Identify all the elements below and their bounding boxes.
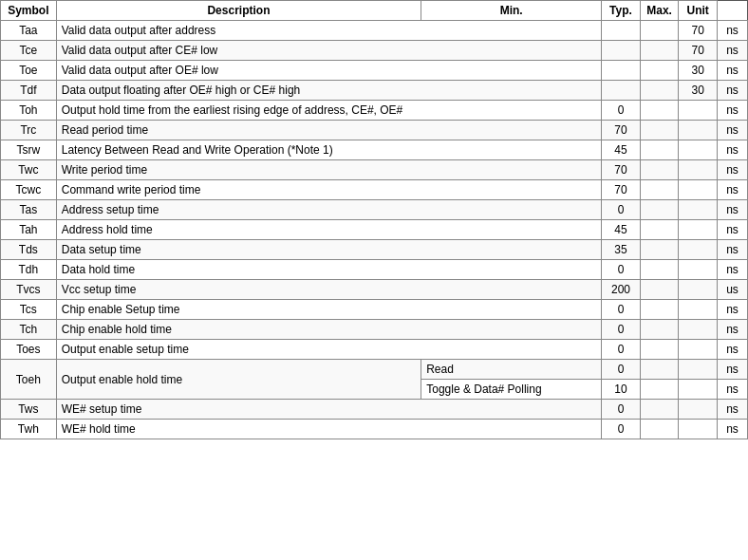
cell-max: 70: [679, 41, 718, 61]
cell-unit: ns: [717, 240, 747, 260]
cell-unit: ns: [717, 380, 747, 400]
cell-min: 0: [602, 420, 641, 439]
cell-unit: ns: [717, 61, 747, 81]
cell-max: 70: [679, 21, 718, 41]
cell-symbol: Tws: [1, 400, 57, 420]
cell-description: WE# hold time: [56, 420, 601, 439]
table-row: TceValid data output after CE# low70ns: [1, 41, 748, 61]
cell-unit: ns: [717, 101, 747, 121]
cell-unit: ns: [717, 200, 747, 220]
cell-symbol: Tch: [1, 320, 57, 340]
cell-min: 0: [602, 340, 641, 360]
cell-typ: [640, 280, 679, 300]
cell-symbol: Tdh: [1, 260, 57, 280]
cell-description: Address setup time: [56, 200, 601, 220]
cell-max: [679, 360, 718, 380]
cell-symbol: Tvcs: [1, 280, 57, 300]
cell-unit: ns: [717, 300, 747, 320]
cell-min: 0: [602, 300, 641, 320]
cell-description: Valid data output after address: [56, 21, 601, 41]
header-unit: Unit: [679, 1, 718, 21]
table-row: TdsData setup time35ns: [1, 240, 748, 260]
cell-description: Output enable setup time: [56, 340, 601, 360]
cell-unit: ns: [717, 420, 747, 439]
cell-max: [679, 121, 718, 140]
cell-max: [679, 300, 718, 320]
table-row: TvcsVcc setup time200us: [1, 280, 748, 300]
cell-min: 0: [602, 400, 641, 420]
cell-max: [679, 260, 718, 280]
table-row: TahAddress hold time45ns: [1, 220, 748, 240]
table-row: TcwcCommand write period time70ns: [1, 180, 748, 200]
cell-description: Vcc setup time: [56, 280, 601, 300]
cell-symbol: Trc: [1, 121, 57, 140]
cell-description: Chip enable hold time: [56, 320, 601, 340]
cell-description: Data hold time: [56, 260, 601, 280]
cell-typ: [640, 200, 679, 220]
header-min: Min.: [421, 1, 602, 21]
cell-min: 45: [602, 220, 641, 240]
table-row: TwsWE# setup time0ns: [1, 400, 748, 420]
cell-typ: [640, 81, 679, 101]
cell-symbol: Tcwc: [1, 180, 57, 200]
cell-typ: [640, 240, 679, 260]
cell-unit: ns: [717, 81, 747, 101]
cell-unit: ns: [717, 360, 747, 380]
cell-max: [679, 200, 718, 220]
table-row: TchChip enable hold time0ns: [1, 320, 748, 340]
cell-description: Data output floating after OE# high or C…: [56, 81, 601, 101]
cell-max: [679, 420, 718, 439]
cell-min: 0: [602, 360, 641, 380]
cell-description: Output enable hold time: [56, 360, 421, 400]
cell-min: 0: [602, 320, 641, 340]
cell-symbol: Twc: [1, 160, 57, 180]
cell-description: Data setup time: [56, 240, 601, 260]
table-row: TcsChip enable Setup time0ns: [1, 300, 748, 320]
cell-symbol: Tsrw: [1, 140, 57, 160]
cell-typ: [640, 160, 679, 180]
cell-max: [679, 180, 718, 200]
cell-min: [602, 81, 641, 101]
cell-max: [679, 101, 718, 121]
cell-typ: [640, 61, 679, 81]
cell-min: 0: [602, 101, 641, 121]
cell-typ: [640, 180, 679, 200]
cell-symbol: Tcs: [1, 300, 57, 320]
cell-min: 70: [602, 180, 641, 200]
cell-min: 0: [602, 260, 641, 280]
cell-min: 70: [602, 121, 641, 140]
cell-typ: [640, 420, 679, 439]
table-row: TwhWE# hold time0ns: [1, 420, 748, 439]
cell-typ: [640, 400, 679, 420]
table-row: TohOutput hold time from the earliest ri…: [1, 101, 748, 121]
cell-description: Address hold time: [56, 220, 601, 240]
cell-unit: us: [717, 280, 747, 300]
cell-typ: [640, 220, 679, 240]
cell-description: Latency Between Read and Write Operation…: [56, 140, 601, 160]
cell-symbol: Tds: [1, 240, 57, 260]
cell-min: [602, 41, 641, 61]
cell-typ: [640, 260, 679, 280]
cell-typ: [640, 380, 679, 400]
cell-unit: ns: [717, 220, 747, 240]
cell-min: [602, 61, 641, 81]
cell-description: Read period time: [56, 121, 601, 140]
cell-typ: [640, 41, 679, 61]
table-row: TdfData output floating after OE# high o…: [1, 81, 748, 101]
cell-symbol: Tce: [1, 41, 57, 61]
cell-unit: ns: [717, 41, 747, 61]
cell-max: [679, 240, 718, 260]
timing-table: Symbol Description Min. Typ. Max. Unit T…: [0, 0, 748, 439]
cell-max: [679, 160, 718, 180]
cell-description: Write period time: [56, 160, 601, 180]
cell-min: 35: [602, 240, 641, 260]
cell-max: [679, 220, 718, 240]
cell-sub: Read: [421, 360, 602, 380]
table-row: TwcWrite period time70ns: [1, 160, 748, 180]
cell-unit: ns: [717, 400, 747, 420]
table-row: ToehOutput enable hold timeRead0ns: [1, 360, 748, 380]
cell-max: [679, 380, 718, 400]
cell-max: [679, 340, 718, 360]
cell-min: 0: [602, 200, 641, 220]
cell-description: Output hold time from the earliest risin…: [56, 101, 601, 121]
